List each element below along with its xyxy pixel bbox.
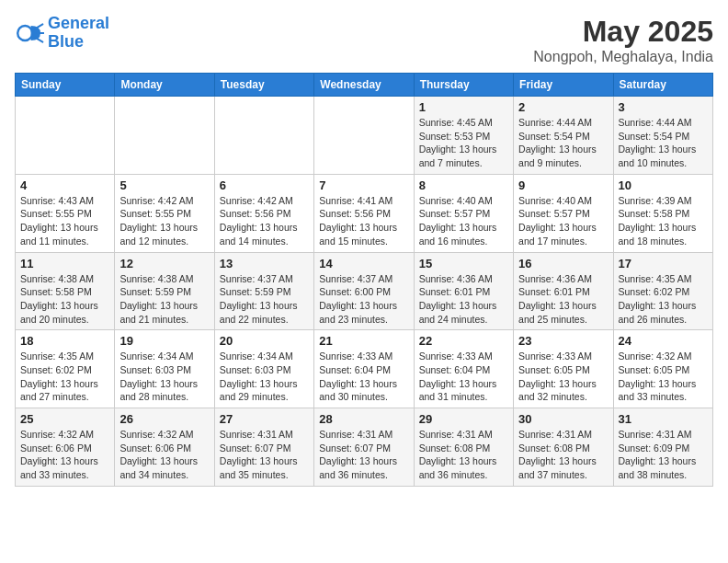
day-cell: 13Sunrise: 4:37 AM Sunset: 5:59 PM Dayli…	[214, 252, 313, 330]
day-number: 3	[619, 100, 708, 114]
weekday-header-tuesday: Tuesday	[214, 74, 313, 97]
day-number: 6	[220, 178, 309, 192]
day-number: 18	[20, 334, 109, 348]
page-header: General Blue May 2025 Nongpoh, Meghalaya…	[15, 15, 713, 65]
day-number: 20	[220, 334, 309, 348]
day-cell: 31Sunrise: 4:31 AM Sunset: 6:09 PM Dayli…	[613, 408, 712, 487]
day-cell: 30Sunrise: 4:31 AM Sunset: 6:08 PM Dayli…	[514, 408, 613, 487]
day-number: 28	[319, 412, 408, 426]
day-cell: 15Sunrise: 4:36 AM Sunset: 6:01 PM Dayli…	[414, 252, 513, 330]
day-info: Sunrise: 4:31 AM Sunset: 6:09 PM Dayligh…	[619, 428, 708, 482]
day-cell: 26Sunrise: 4:32 AM Sunset: 6:06 PM Dayli…	[115, 408, 214, 487]
day-info: Sunrise: 4:37 AM Sunset: 6:00 PM Dayligh…	[319, 272, 408, 327]
day-info: Sunrise: 4:43 AM Sunset: 5:55 PM Dayligh…	[20, 194, 109, 248]
day-info: Sunrise: 4:45 AM Sunset: 5:53 PM Dayligh…	[419, 116, 508, 170]
weekday-header-row: SundayMondayTuesdayWednesdayThursdayFrid…	[16, 74, 713, 97]
day-info: Sunrise: 4:33 AM Sunset: 6:04 PM Dayligh…	[419, 350, 508, 404]
day-number: 31	[619, 412, 708, 426]
day-cell: 25Sunrise: 4:32 AM Sunset: 6:06 PM Dayli…	[16, 408, 115, 487]
day-number: 11	[20, 257, 109, 270]
weekday-header-wednesday: Wednesday	[314, 74, 414, 97]
day-number: 1	[419, 100, 508, 114]
location: Nongpoh, Meghalaya, India	[533, 49, 713, 65]
logo-icon	[15, 18, 44, 48]
day-info: Sunrise: 4:40 AM Sunset: 5:57 PM Dayligh…	[518, 194, 608, 248]
day-cell: 8Sunrise: 4:40 AM Sunset: 5:57 PM Daylig…	[414, 174, 513, 252]
day-cell: 22Sunrise: 4:33 AM Sunset: 6:04 PM Dayli…	[414, 330, 513, 408]
day-cell: 19Sunrise: 4:34 AM Sunset: 6:03 PM Dayli…	[115, 330, 214, 408]
calendar-body: 1Sunrise: 4:45 AM Sunset: 5:53 PM Daylig…	[16, 97, 713, 487]
day-info: Sunrise: 4:35 AM Sunset: 6:02 PM Dayligh…	[20, 350, 109, 404]
day-number: 4	[20, 178, 109, 192]
weekday-header-saturday: Saturday	[613, 74, 712, 97]
day-info: Sunrise: 4:38 AM Sunset: 5:59 PM Dayligh…	[119, 272, 209, 327]
day-cell: 4Sunrise: 4:43 AM Sunset: 5:55 PM Daylig…	[16, 174, 115, 252]
day-number: 10	[619, 178, 708, 192]
day-cell: 24Sunrise: 4:32 AM Sunset: 6:05 PM Dayli…	[613, 330, 712, 408]
day-cell: 23Sunrise: 4:33 AM Sunset: 6:05 PM Dayli…	[514, 330, 613, 408]
day-info: Sunrise: 4:32 AM Sunset: 6:05 PM Dayligh…	[619, 350, 708, 404]
day-cell: 6Sunrise: 4:42 AM Sunset: 5:56 PM Daylig…	[214, 174, 313, 252]
day-cell	[314, 97, 414, 175]
day-cell: 14Sunrise: 4:37 AM Sunset: 6:00 PM Dayli…	[314, 252, 414, 330]
day-info: Sunrise: 4:31 AM Sunset: 6:07 PM Dayligh…	[319, 428, 408, 482]
day-cell: 3Sunrise: 4:44 AM Sunset: 5:54 PM Daylig…	[613, 97, 712, 175]
day-info: Sunrise: 4:35 AM Sunset: 6:02 PM Dayligh…	[619, 272, 708, 327]
day-cell	[16, 97, 115, 175]
day-number: 24	[619, 334, 708, 348]
day-info: Sunrise: 4:38 AM Sunset: 5:58 PM Dayligh…	[20, 272, 109, 327]
day-cell: 20Sunrise: 4:34 AM Sunset: 6:03 PM Dayli…	[214, 330, 313, 408]
day-cell	[115, 97, 214, 175]
day-number: 14	[319, 257, 408, 270]
day-cell: 2Sunrise: 4:44 AM Sunset: 5:54 PM Daylig…	[514, 97, 613, 175]
day-cell	[214, 97, 313, 175]
weekday-header-thursday: Thursday	[414, 74, 513, 97]
svg-point-0	[17, 26, 32, 40]
day-info: Sunrise: 4:36 AM Sunset: 6:01 PM Dayligh…	[518, 272, 608, 327]
day-number: 30	[518, 412, 608, 426]
week-row-1: 1Sunrise: 4:45 AM Sunset: 5:53 PM Daylig…	[16, 97, 713, 175]
logo-text: General Blue	[48, 15, 109, 52]
day-cell: 16Sunrise: 4:36 AM Sunset: 6:01 PM Dayli…	[514, 252, 613, 330]
month-title: May 2025	[533, 15, 713, 49]
day-info: Sunrise: 4:31 AM Sunset: 6:07 PM Dayligh…	[220, 428, 309, 482]
day-cell: 21Sunrise: 4:33 AM Sunset: 6:04 PM Dayli…	[314, 330, 414, 408]
day-cell: 12Sunrise: 4:38 AM Sunset: 5:59 PM Dayli…	[115, 252, 214, 330]
day-number: 12	[119, 257, 209, 270]
day-number: 16	[518, 257, 608, 270]
day-number: 27	[220, 412, 309, 426]
day-cell: 5Sunrise: 4:42 AM Sunset: 5:55 PM Daylig…	[115, 174, 214, 252]
day-number: 9	[518, 178, 608, 192]
week-row-5: 25Sunrise: 4:32 AM Sunset: 6:06 PM Dayli…	[16, 408, 713, 487]
day-info: Sunrise: 4:44 AM Sunset: 5:54 PM Dayligh…	[518, 116, 608, 170]
day-info: Sunrise: 4:44 AM Sunset: 5:54 PM Dayligh…	[619, 116, 708, 170]
day-cell: 1Sunrise: 4:45 AM Sunset: 5:53 PM Daylig…	[414, 97, 513, 175]
day-info: Sunrise: 4:32 AM Sunset: 6:06 PM Dayligh…	[119, 428, 209, 482]
day-number: 26	[119, 412, 209, 426]
day-number: 19	[119, 334, 209, 348]
day-number: 17	[619, 257, 708, 270]
day-info: Sunrise: 4:42 AM Sunset: 5:56 PM Dayligh…	[220, 194, 309, 248]
day-info: Sunrise: 4:41 AM Sunset: 5:56 PM Dayligh…	[319, 194, 408, 248]
day-cell: 7Sunrise: 4:41 AM Sunset: 5:56 PM Daylig…	[314, 174, 414, 252]
day-info: Sunrise: 4:33 AM Sunset: 6:04 PM Dayligh…	[319, 350, 408, 404]
week-row-3: 11Sunrise: 4:38 AM Sunset: 5:58 PM Dayli…	[16, 252, 713, 330]
title-block: May 2025 Nongpoh, Meghalaya, India	[533, 15, 713, 65]
day-number: 5	[119, 178, 209, 192]
weekday-header-friday: Friday	[514, 74, 613, 97]
day-info: Sunrise: 4:34 AM Sunset: 6:03 PM Dayligh…	[220, 350, 309, 404]
day-cell: 10Sunrise: 4:39 AM Sunset: 5:58 PM Dayli…	[613, 174, 712, 252]
day-info: Sunrise: 4:31 AM Sunset: 6:08 PM Dayligh…	[419, 428, 508, 482]
day-info: Sunrise: 4:39 AM Sunset: 5:58 PM Dayligh…	[619, 194, 708, 248]
day-info: Sunrise: 4:33 AM Sunset: 6:05 PM Dayligh…	[518, 350, 608, 404]
day-number: 2	[518, 100, 608, 114]
week-row-4: 18Sunrise: 4:35 AM Sunset: 6:02 PM Dayli…	[16, 330, 713, 408]
day-cell: 11Sunrise: 4:38 AM Sunset: 5:58 PM Dayli…	[16, 252, 115, 330]
day-number: 8	[419, 178, 508, 192]
day-info: Sunrise: 4:42 AM Sunset: 5:55 PM Dayligh…	[119, 194, 209, 248]
day-number: 13	[220, 257, 309, 270]
day-number: 23	[518, 334, 608, 348]
day-number: 7	[319, 178, 408, 192]
day-info: Sunrise: 4:32 AM Sunset: 6:06 PM Dayligh…	[20, 428, 109, 482]
calendar-table: SundayMondayTuesdayWednesdayThursdayFrid…	[15, 73, 713, 487]
